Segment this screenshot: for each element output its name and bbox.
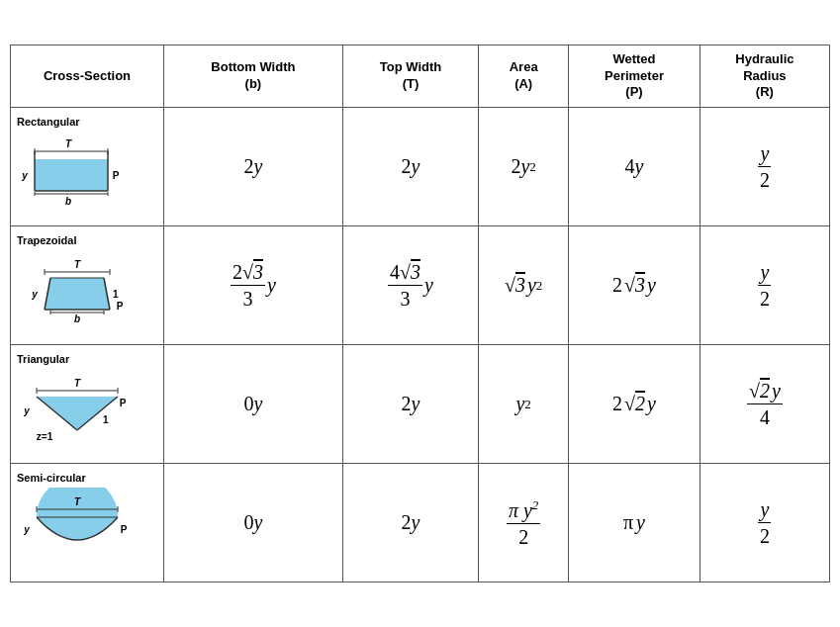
svg-text:1: 1 (103, 414, 109, 425)
hydraulic-radius-trapezoidal: y 2 (700, 226, 829, 345)
diagram-trapezoidal: T y 1 P b (17, 250, 157, 326)
svg-text:y: y (31, 289, 38, 300)
svg-text:T: T (65, 138, 72, 149)
svg-text:y: y (23, 524, 30, 535)
label-triangular: Triangular (17, 353, 157, 365)
label-trapezoidal: Trapezoidal (17, 234, 157, 246)
cross-section-semicircular: Semi-circular (11, 464, 164, 582)
bottom-width-triangular: 0y (164, 345, 343, 464)
svg-text:y: y (23, 405, 30, 416)
label-semicircular: Semi-circular (17, 472, 157, 484)
header-wetted-perimeter: WettedPerimeter(P) (569, 45, 700, 108)
cross-section-rectangular: Rectangular T (11, 108, 164, 226)
diagram-semicircular: T y P (17, 488, 157, 564)
wetted-perimeter-semicircular: πy (569, 464, 700, 582)
wetted-perimeter-triangular: 2√2 y (569, 345, 700, 464)
header-cross-section: Cross-Section (11, 45, 164, 108)
row-trapezoidal: Trapezoidal T (11, 226, 830, 345)
header-hydraulic-radius: HydraulicRadius(R) (700, 45, 829, 108)
bottom-width-semicircular: 0y (164, 464, 343, 582)
svg-text:P: P (120, 398, 127, 408)
svg-text:P: P (113, 170, 120, 181)
top-width-triangular: 2y (342, 345, 478, 464)
area-triangular: y2 (479, 345, 569, 464)
header-top-width: Top Width(T) (342, 45, 478, 108)
top-width-trapezoidal: 4√3 3 y (342, 226, 478, 345)
bottom-width-trapezoidal: 2√3 3 y (164, 226, 343, 345)
row-rectangular: Rectangular T (11, 108, 830, 226)
svg-text:b: b (74, 314, 80, 324)
label-rectangular: Rectangular (17, 116, 157, 128)
diagram-rectangular: T y P b (17, 132, 157, 208)
diagram-triangular: T y 1 P z=1 (17, 369, 157, 445)
wetted-perimeter-trapezoidal: 2√3 y (569, 226, 700, 345)
hydraulic-radius-rectangular: y 2 (700, 108, 829, 226)
svg-text:z=1: z=1 (37, 431, 53, 442)
row-semicircular: Semi-circular (11, 464, 830, 582)
wetted-perimeter-rectangular: 4y (569, 108, 700, 226)
svg-text:T: T (74, 378, 81, 389)
svg-text:T: T (74, 259, 81, 270)
area-trapezoidal: √3 y2 (479, 226, 569, 345)
header-area: Area(A) (479, 45, 569, 108)
svg-text:b: b (65, 196, 71, 206)
svg-text:y: y (21, 170, 28, 181)
svg-rect-0 (35, 159, 108, 191)
area-rectangular: 2y2 (479, 108, 569, 226)
svg-marker-14 (45, 278, 110, 310)
top-width-semicircular: 2y (342, 464, 478, 582)
area-semicircular: π y2 2 (479, 464, 569, 582)
header-bottom-width: Bottom Width(b) (164, 45, 343, 108)
svg-text:P: P (121, 524, 128, 535)
bottom-width-rectangular: 2y (164, 108, 343, 226)
top-width-rectangular: 2y (342, 108, 478, 226)
svg-text:1: 1 (113, 289, 119, 300)
svg-text:P: P (117, 301, 124, 312)
hydraulic-radius-triangular: √2 y 4 (700, 345, 829, 464)
hydraulic-radius-semicircular: y 2 (700, 464, 829, 582)
cross-section-triangular: Triangular T y (11, 345, 164, 464)
cross-section-table: Cross-Section Bottom Width(b) Top Width(… (10, 45, 830, 583)
svg-text:T: T (74, 496, 81, 507)
cross-section-trapezoidal: Trapezoidal T (11, 226, 164, 345)
row-triangular: Triangular T y (11, 345, 830, 464)
